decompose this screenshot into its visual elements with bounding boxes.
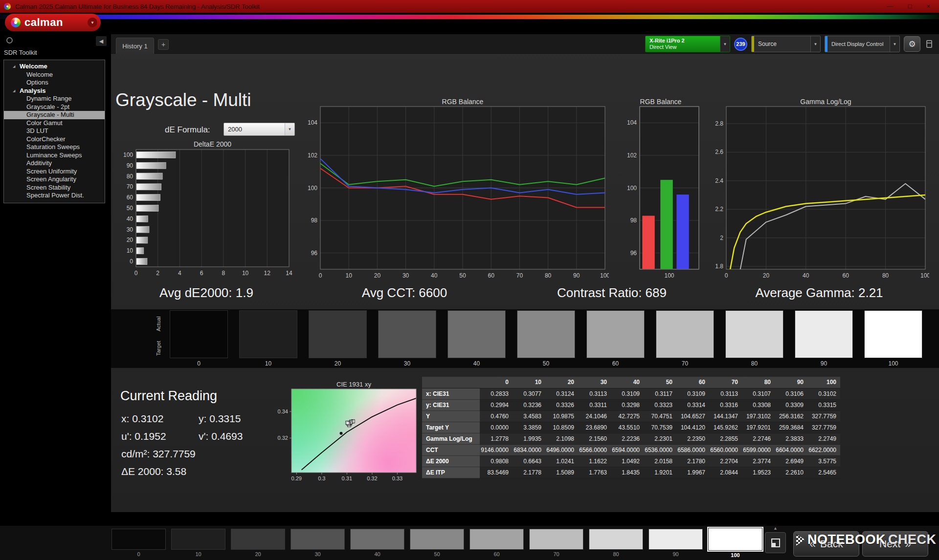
sidebar-item-welcome[interactable]: ◢Welcome	[4, 63, 105, 71]
table-cell: 0.3109	[611, 388, 644, 399]
tab-history-1[interactable]: History 1	[116, 38, 154, 54]
patch-0[interactable]	[112, 529, 166, 550]
table-cell: 1.0241	[545, 455, 578, 467]
table-cell: 43.5510	[611, 422, 644, 433]
table-cell: 6604.0000	[775, 444, 807, 455]
table-col-header: 60	[676, 377, 709, 388]
patch-40[interactable]	[350, 529, 404, 550]
table-cell: 1.9201	[644, 467, 676, 478]
patch-level-label: 30	[291, 551, 345, 557]
swatch-level-label: 0	[170, 360, 228, 367]
patch-60[interactable]	[470, 529, 524, 550]
sidebar-item-welcome[interactable]: Welcome	[4, 71, 105, 79]
sidebar-item-screen-stability[interactable]: Screen Stability	[4, 184, 105, 192]
chevron-down-icon: ▼	[810, 36, 820, 52]
swatch-cell-30: 30	[378, 310, 436, 367]
table-cell: 2.0158	[644, 455, 676, 467]
patch-90[interactable]	[648, 529, 703, 550]
deltae-bar-80	[136, 173, 162, 179]
reading-line: cd/m²: 327.7759	[121, 448, 196, 460]
swatch-cell-40: 40	[447, 310, 506, 367]
table-cell: 2.6949	[775, 455, 807, 467]
rgb-balance-bar-svg: 9698100102104100	[619, 105, 702, 281]
display-control-dropdown[interactable]: Direct Display Control ▼	[825, 36, 900, 52]
target-icon[interactable]	[6, 37, 13, 43]
table-cell: 9146.0000	[480, 444, 513, 455]
sidebar-item-screen-uniformity[interactable]: Screen Uniformity	[4, 168, 105, 176]
meter-dropdown[interactable]: X-Rite i1Pro 2 Direct View ▼	[645, 36, 730, 52]
sidebar-item-3d-lut[interactable]: 3D LUT	[4, 127, 105, 135]
patch-window-button[interactable]	[765, 532, 786, 553]
gear-icon: ⚙	[908, 40, 916, 48]
sidebar-item-grayscale-multi[interactable]: Grayscale - Multi	[4, 111, 105, 119]
svg-text:2.8: 2.8	[715, 120, 723, 127]
stat-avg-de2000: Avg dE2000: 1.9	[159, 285, 253, 301]
tree-expander-icon[interactable]: ◢	[13, 87, 20, 95]
back-button[interactable]: « Back	[793, 531, 859, 557]
patch-level-label: 80	[589, 551, 643, 557]
sidebar-item-dynamic-range[interactable]: Dynamic Range	[4, 95, 105, 103]
table-cell: 2.1780	[676, 455, 709, 467]
patch-cell-80: 80	[589, 529, 643, 558]
table-cell: 104.4120	[676, 422, 709, 433]
patch-10[interactable]	[171, 529, 225, 550]
svg-text:96: 96	[311, 250, 318, 257]
sidebar-item-options[interactable]: Options	[4, 79, 105, 87]
table-cell: 2.1778	[513, 467, 545, 478]
display-control-label: Direct Display Control	[827, 36, 890, 52]
sidebar-item-colorchecker[interactable]: ColorChecker	[4, 135, 105, 144]
table-cell: 2.1560	[578, 433, 611, 444]
svg-text:60: 60	[488, 272, 495, 279]
sidebar-collapse-button[interactable]: ◀	[96, 36, 107, 46]
svg-text:100: 100	[308, 185, 317, 192]
table-cell: 0.3107	[742, 388, 775, 399]
sidebar-item-grayscale-2pt[interactable]: Grayscale - 2pt	[4, 103, 105, 111]
sidebar-item-label: Screen Stability	[26, 184, 70, 191]
chevron-down-icon: ▼	[285, 123, 294, 135]
svg-text:50: 50	[459, 272, 466, 279]
patch-cell-40: 40	[350, 529, 404, 558]
sidebar-item-color-gamut[interactable]: Color Gamut	[4, 119, 105, 128]
patch-70[interactable]	[529, 529, 583, 550]
close-button[interactable]: ×	[926, 0, 930, 13]
calman-logo[interactable]: calman ▼	[5, 14, 101, 31]
table-cell: 6622.0000	[807, 444, 840, 455]
sidebar-item-label: Luminance Sweeps	[26, 151, 82, 159]
deltae-bar-30	[136, 226, 149, 233]
caret-up-icon[interactable]: ▲	[765, 526, 786, 531]
patch-50[interactable]	[410, 529, 464, 550]
sidebar-item-spectral-power-dist[interactable]: Spectral Power Dist.	[4, 192, 105, 200]
sidebar-item-label: Spectral Power Dist.	[26, 192, 84, 199]
grayscale-swatch-20	[309, 310, 367, 358]
table-cell: 0.2994	[480, 399, 513, 410]
maximize-button[interactable]: □	[908, 0, 912, 13]
table-cell: 0.3315	[807, 399, 840, 410]
patch-100[interactable]	[708, 528, 762, 551]
settings-button[interactable]: ⚙	[904, 36, 920, 52]
sidebar-item-saturation-sweeps[interactable]: Saturation Sweeps	[4, 143, 105, 151]
sidebar-item-luminance-sweeps[interactable]: Luminance Sweeps	[4, 151, 105, 160]
tree-expander-icon[interactable]: ◢	[13, 63, 20, 71]
patch-80[interactable]	[589, 529, 643, 550]
patch-30[interactable]	[291, 529, 345, 550]
source-dropdown[interactable]: Source ▼	[751, 36, 821, 52]
deltae-bar-20	[136, 237, 148, 243]
table-cell: 6496.0000	[545, 444, 578, 455]
add-tab-button[interactable]: +	[158, 39, 169, 50]
patch-cell-60: 60	[470, 529, 524, 558]
sidebar-item-screen-angularity[interactable]: Screen Angularity	[4, 175, 105, 184]
table-cell: 2.2749	[807, 433, 840, 444]
table-corner-cell	[422, 377, 480, 388]
sidebar-item-analysis[interactable]: ◢Analysis	[4, 87, 105, 95]
swatch-cell-70: 70	[656, 310, 714, 367]
minimize-button[interactable]: —	[887, 0, 894, 13]
sidebar-item-additivity[interactable]: Additivity	[4, 159, 105, 168]
logo-dropdown-button[interactable]: ▼	[88, 18, 97, 27]
grayscale-swatch-90	[795, 310, 853, 358]
svg-text:30: 30	[127, 226, 134, 233]
patch-20[interactable]	[231, 529, 285, 550]
de-formula-select[interactable]: 2000 ▼	[224, 123, 295, 136]
panel-toggle-button[interactable]	[924, 36, 934, 52]
svg-text:4: 4	[178, 270, 181, 277]
next-button[interactable]: Next »	[862, 531, 928, 557]
